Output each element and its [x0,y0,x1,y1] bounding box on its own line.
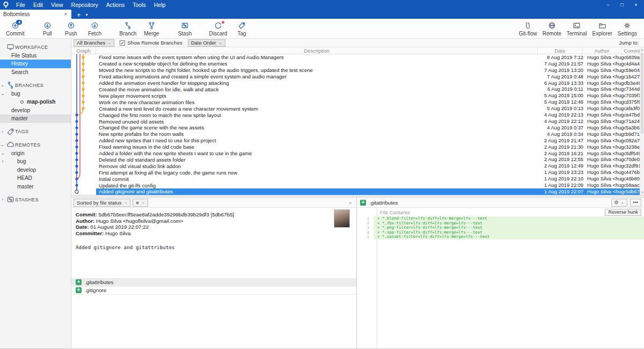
sidebar-item-master[interactable]: master [0,114,71,123]
commit-row[interactable]: Created a new test level do create a new… [71,105,644,112]
sidebar-section-stashes[interactable]: ›STASHES [0,195,71,204]
toolbar-git-flow-button[interactable]: Git-flow [516,19,540,38]
reverse-hunk-button[interactable]: Reverse hunk [605,209,641,216]
show-remote-branches-checkbox[interactable]: ✓ Show Remote Branches [120,40,182,46]
repo-tab-bottomless[interactable]: Bottomless × [0,10,71,19]
toolbar-tag-button[interactable]: Tag [230,19,253,38]
new-tab-button[interactable]: + [77,11,81,19]
sidebar-item-develop[interactable]: develop [0,166,71,174]
view-options-dropdown[interactable]: ≡ ⌄ [133,199,148,207]
diff-actions: ⚙ ⌄ ••• [611,199,641,207]
diff-more-button[interactable]: ••• [630,199,641,207]
commit-row[interactable]: Added gitignore and gitattributes1 Aug 2… [71,188,644,195]
scroll-down-icon[interactable]: ∨ [640,190,644,195]
file-name: .gitignore [85,287,106,293]
commit-row[interactable]: Fixed attacking animations and created a… [71,74,644,80]
toolbar-pull-button[interactable]: Pull [35,19,59,38]
sidebar-item-bug[interactable]: ›bug [0,157,71,166]
sort-dropdown[interactable]: Sorted by file status ⌄ [74,199,130,207]
column-header-graph[interactable]: Graph [71,47,96,54]
file-added-icon: + [76,287,82,293]
menu-repository[interactable]: Repository [71,2,98,8]
sidebar-section-branches[interactable]: ⌄BRANCHES [0,81,71,90]
commit-row[interactable]: Updated the git-lfs config1 Aug 2019 22:… [71,182,644,188]
column-header-date[interactable]: Date [538,47,583,54]
toolbar-terminal-button[interactable]: Terminal [564,19,590,38]
toolbar-settings-button[interactable]: Settings [615,19,640,38]
sidebar-item-master[interactable]: master [0,183,71,191]
commit-row[interactable]: Removed unused old assets4 Aug 2019 22:1… [71,118,644,125]
commit-row[interactable]: New sprite prefabs for the room walls4 A… [71,131,644,137]
chevron-down-icon[interactable]: ⌄ [0,83,5,88]
toolbar-fetch-button[interactable]: Fetch [83,19,106,38]
maximize-button[interactable]: □ [615,0,629,10]
scrollbar-thumb[interactable] [641,53,643,134]
commit-row[interactable]: Changed the game scene with the new asse… [71,125,644,131]
scroll-up-icon[interactable]: ∧ [640,47,644,53]
branch-filter-dropdown[interactable]: All Branches ⌄ [74,39,114,47]
commit-row[interactable]: First attempt at fixing all the legacy c… [71,169,644,176]
commit-row[interactable]: Moved the new scripts to the right folde… [71,67,644,74]
menu-actions[interactable]: Actions [106,2,125,8]
commit-row[interactable]: Created the move animation for idle, wal… [71,86,644,93]
commit-author: Hugo Silva <hugof [587,106,626,111]
minimize-button[interactable]: – [601,0,615,10]
sidebar-item-history[interactable]: History [0,60,71,68]
menu-help[interactable]: Help [154,2,166,8]
sidebar-item-origin[interactable]: ⌄origin [0,149,71,158]
commit-row[interactable]: Added a folder with the new sprite sheet… [71,150,644,157]
menu-edit[interactable]: Edit [33,2,43,8]
commit-row[interactable]: Initial commit1 Aug 2019 22:10Hugo Silva… [71,176,644,182]
commit-row[interactable]: Added new sprites that I need to use for… [71,137,644,144]
file-row-gitattributes[interactable]: +.gitattributes [71,278,356,287]
commit-date: 2 Aug 2019 12:55 [542,157,587,162]
toolbar-push-button[interactable]: Push [59,19,83,38]
chevron-right-icon[interactable]: › [0,129,5,134]
column-header-description[interactable]: Description [96,47,538,54]
commit-row[interactable]: Created a new scriptable object for defi… [71,61,644,67]
sidebar-item-develop[interactable]: develop [0,106,71,115]
toolbar-explorer-button[interactable]: Explorer [590,19,615,38]
sidebar-item-file-status[interactable]: File Status [0,52,71,60]
tab-close-icon[interactable]: × [63,11,68,17]
sidebar-section-workspace[interactable]: WORKSPACE [0,43,71,52]
order-dropdown[interactable]: Date Order ⌄ [188,39,225,47]
toolbar-remote-button[interactable]: Remote [540,19,564,38]
commit-row[interactable]: Fixed some issues with the event system … [71,54,644,61]
diff-settings-dropdown[interactable]: ⚙ ⌄ [611,199,627,207]
menu-tools[interactable]: Tools [133,2,146,8]
sidebar-section-tags[interactable]: ›TAGS [0,128,71,136]
file-row-gitignore[interactable]: +.gitignore [71,287,356,295]
commit-row[interactable]: Deleted the old standard assets folder2 … [71,157,644,163]
diff-line: 5+ *.uasset·filter=lfs·diff=lfs·merge=lf… [357,235,644,239]
pull-icon [43,21,52,31]
sidebar-item-head[interactable]: HEAD [0,174,71,183]
sidebar-section-remotes[interactable]: ⌄REMOTES [0,141,71,149]
column-header-author[interactable]: Author [583,47,621,54]
close-button[interactable]: × [629,0,643,10]
commit-row[interactable]: Added the animation event handler for st… [71,80,644,86]
commit-row[interactable]: New player movement scripts5 Aug 2019 15… [71,92,644,99]
tab-list-caret-icon[interactable]: ▾ [86,11,88,19]
chevron-down-icon[interactable]: ⌄ [0,151,5,156]
search-icon[interactable]: ⌕ [349,199,352,206]
sidebar-item-search[interactable]: Search [0,68,71,77]
toolbar-merge-button[interactable]: Merge [140,19,163,38]
commit-row[interactable]: Fixed warning issues in the old code bas… [71,144,644,150]
chevron-right-icon[interactable]: › [0,197,5,202]
commit-list-scrollbar[interactable]: ∧ ∨ [640,47,644,195]
commit-row[interactable]: Changed the first room to match the new … [71,112,644,118]
toolbar-commit-button[interactable]: 4Commit [3,19,27,38]
commit-row[interactable]: Work on the new character animation file… [71,99,644,105]
sidebar-item-map-polish[interactable]: map-polish [0,98,71,106]
chevron-down-icon[interactable]: ⌄ [0,91,5,96]
chevron-down-icon[interactable]: ⌄ [0,142,5,147]
commit-row[interactable]: Remove old visual studio link addon2 Aug… [71,163,644,169]
menu-view[interactable]: View [51,2,63,8]
toolbar-branch-button[interactable]: Branch [116,19,140,38]
sidebar-item-bug[interactable]: ⌄bug [0,90,71,98]
toolbar-discard-button[interactable]: Discard [206,19,230,38]
chevron-right-icon[interactable]: › [0,159,5,164]
menu-file[interactable]: File [16,2,25,8]
toolbar-stash-button[interactable]: Stash [173,19,196,38]
